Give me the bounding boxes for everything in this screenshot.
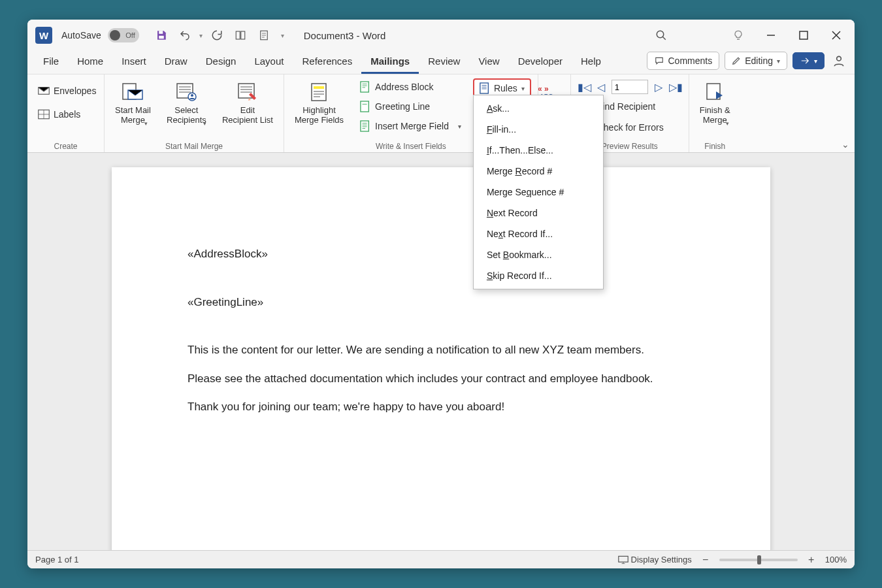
start-mail-merge-button[interactable]: Start Mail Merge ▾: [111, 78, 155, 129]
zoom-in-button[interactable]: +: [806, 554, 817, 566]
tab-layout[interactable]: Layout: [245, 50, 293, 74]
autosave-toggle[interactable]: Off: [108, 28, 139, 42]
share-button[interactable]: ▾: [792, 52, 825, 69]
envelopes-button[interactable]: Envelopes: [34, 82, 100, 99]
address-block-field: «AddressBlock»: [188, 246, 694, 263]
tab-review[interactable]: Review: [419, 50, 469, 74]
help-lightbulb-button[interactable]: [728, 25, 749, 46]
highlight-icon: [308, 81, 331, 103]
comment-icon: [654, 56, 664, 65]
share-icon: [800, 56, 810, 65]
rules-menu-merge-record[interactable]: Merge Record #: [474, 161, 603, 182]
editing-mode-button[interactable]: Editing ▾: [725, 52, 787, 70]
svg-rect-21: [480, 83, 488, 93]
app-window: W AutoSave Off ▾ ▾ Document3 -: [27, 20, 855, 568]
rules-menu-merge-sequence[interactable]: Merge Sequence #: [474, 182, 603, 203]
finish-merge-icon: [704, 81, 726, 103]
editing-label: Editing: [745, 56, 773, 66]
rules-menu-set-bookmark[interactable]: Set Bookmark...: [474, 244, 603, 265]
edit-recipient-list-button[interactable]: Edit Recipient List: [218, 78, 277, 128]
profile-button[interactable]: [830, 50, 848, 71]
greeting-line-icon: [359, 101, 371, 112]
svg-rect-28: [618, 556, 627, 562]
select-recipients-label: Select Recipients: [167, 106, 206, 125]
undo-icon: [178, 29, 191, 41]
last-record-button[interactable]: ▷▮: [669, 81, 682, 93]
first-record-button[interactable]: ▮◁: [578, 81, 591, 93]
page-indicator[interactable]: Page 1 of 1: [35, 555, 79, 564]
zoom-out-button[interactable]: −: [700, 554, 711, 566]
maximize-icon: [799, 31, 808, 40]
toggle-knob-icon: [110, 30, 120, 41]
pencil-icon: [732, 56, 741, 65]
group-write-insert: Highlight Merge Fields Address Block Gre…: [284, 74, 538, 152]
rules-menu-ask[interactable]: Ask...: [474, 98, 603, 119]
check-errors-label: Check for Errors: [597, 122, 664, 133]
tab-developer[interactable]: Developer: [509, 50, 572, 74]
highlight-merge-fields-button[interactable]: Highlight Merge Fields: [291, 78, 348, 128]
tab-home[interactable]: Home: [68, 50, 112, 74]
finish-merge-button[interactable]: Finish & Merge ▾: [696, 78, 734, 129]
account-area[interactable]: [683, 25, 716, 46]
tab-design[interactable]: Design: [197, 50, 246, 74]
envelope-icon: [38, 85, 50, 97]
svg-rect-6: [800, 31, 808, 39]
edit-list-icon: [237, 81, 259, 103]
record-number-input[interactable]: [612, 80, 648, 94]
greeting-line-field: «GreetingLine»: [188, 294, 694, 311]
highlight-label: Highlight Merge Fields: [295, 106, 344, 125]
redo-button[interactable]: [208, 26, 226, 44]
quick-access-toolbar: ▾ ▾: [152, 26, 284, 44]
tab-file[interactable]: File: [34, 50, 68, 74]
rules-menu-ifthenelse[interactable]: If...Then...Else...: [474, 140, 603, 161]
svg-rect-0: [159, 31, 163, 34]
word-logo-icon: W: [35, 27, 52, 44]
close-button[interactable]: [826, 25, 847, 46]
redo-icon: [211, 29, 223, 41]
select-recipients-button[interactable]: Select Recipients ▾: [163, 78, 210, 129]
insert-merge-field-button[interactable]: Insert Merge Field ▾: [355, 118, 465, 135]
title-bar: W AutoSave Off ▾ ▾ Document3 -: [27, 20, 855, 51]
next-record-button[interactable]: ▷: [652, 81, 665, 93]
tab-mailings[interactable]: Mailings: [361, 50, 419, 74]
rules-menu-next-record-if[interactable]: Next Record If...: [474, 223, 603, 244]
group-finish-label: Finish: [696, 140, 734, 151]
maximize-button[interactable]: [793, 25, 814, 46]
qat-customize-icon[interactable]: ▾: [281, 32, 284, 39]
chevron-down-icon: ▾: [726, 120, 729, 127]
labels-button[interactable]: Labels: [34, 106, 84, 123]
greeting-line-button[interactable]: Greeting Line: [355, 98, 465, 115]
document-page[interactable]: «AddressBlock» «GreetingLine» This is th…: [112, 167, 770, 550]
comments-button[interactable]: Comments: [647, 52, 720, 70]
minimize-button[interactable]: [760, 25, 781, 46]
document-area[interactable]: «AddressBlock» «GreetingLine» This is th…: [27, 153, 855, 550]
tab-help[interactable]: Help: [572, 50, 610, 74]
zoom-level[interactable]: 100%: [825, 555, 847, 564]
search-button[interactable]: [651, 25, 672, 46]
rules-menu-skip-record-if[interactable]: Skip Record If...: [474, 265, 603, 286]
collapse-ribbon-button[interactable]: ⌄: [841, 139, 849, 150]
mail-merge-icon: [122, 81, 144, 103]
qat-button-1[interactable]: [231, 26, 250, 44]
save-icon: [155, 29, 167, 41]
qat-button-2[interactable]: [255, 26, 273, 44]
prev-record-button[interactable]: ◁: [595, 81, 608, 93]
rules-dropdown-menu: Ask... Fill-in... If...Then...Else... Me…: [473, 95, 604, 289]
zoom-slider[interactable]: [719, 559, 798, 561]
body-paragraph-3: Thank you for joining our team; we're ha…: [188, 399, 694, 416]
undo-button[interactable]: [176, 26, 194, 44]
tab-view[interactable]: View: [469, 50, 508, 74]
address-block-button[interactable]: Address Block: [355, 78, 465, 95]
undo-chevron-icon[interactable]: ▾: [199, 32, 203, 39]
display-settings-button[interactable]: Display Settings: [618, 555, 692, 564]
rules-menu-next-record[interactable]: Next Record: [474, 203, 603, 223]
tab-insert[interactable]: Insert: [112, 50, 155, 74]
rules-menu-fillin[interactable]: Fill-in...: [474, 119, 603, 140]
svg-rect-20: [361, 121, 368, 131]
svg-rect-19: [361, 101, 368, 112]
save-button[interactable]: [152, 26, 171, 44]
tab-draw[interactable]: Draw: [155, 50, 197, 74]
autosave-state: Off: [125, 31, 135, 39]
svg-rect-18: [361, 82, 368, 92]
tab-references[interactable]: References: [293, 50, 361, 74]
